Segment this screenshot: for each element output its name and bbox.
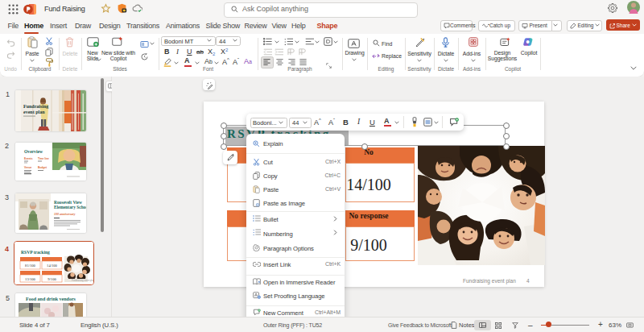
svg-text:Time line: Time line: [38, 156, 49, 160]
svg-text:Budget: Budget: [38, 166, 47, 169]
svg-text:14/100: 14/100: [47, 264, 57, 268]
svg-text:13/100: 13/100: [25, 277, 35, 281]
svg-text:81/100: 81/100: [25, 264, 35, 268]
svg-text:Food and drink vendors: Food and drink vendors: [26, 297, 76, 301]
svg-text:Fundraising event plan: Fundraising event plan: [72, 279, 93, 282]
svg-text:Elementary School: Elementary School: [54, 205, 86, 210]
svg-text:Fundraising: Fundraising: [23, 104, 48, 109]
svg-text:Overview: Overview: [24, 149, 43, 154]
svg-text:RSVP tracking: RSVP tracking: [21, 250, 50, 255]
svg-text:9/100: 9/100: [47, 277, 56, 281]
svg-text:Events: Events: [24, 156, 33, 160]
svg-text:Roosevelt View: Roosevelt View: [54, 200, 82, 205]
svg-text:100 anniversary: 100 anniversary: [54, 212, 76, 216]
svg-text:Venue: Venue: [24, 166, 32, 169]
svg-text:event plan: event plan: [23, 110, 45, 114]
